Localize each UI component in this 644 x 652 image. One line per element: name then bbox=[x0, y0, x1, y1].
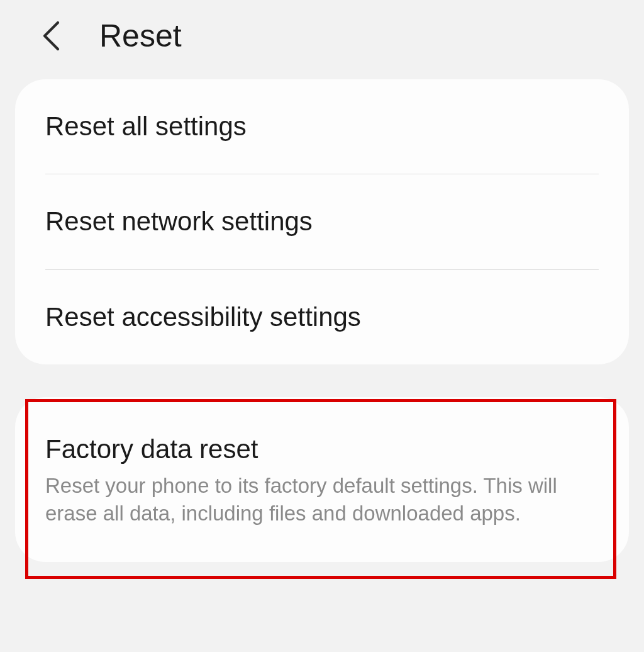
factory-reset-wrapper: Factory data reset Reset your phone to i… bbox=[0, 397, 644, 561]
reset-all-settings-label: Reset all settings bbox=[45, 111, 599, 142]
reset-accessibility-settings-item[interactable]: Reset accessibility settings bbox=[45, 270, 599, 364]
reset-options-card: Reset all settings Reset network setting… bbox=[15, 79, 629, 364]
reset-all-settings-item[interactable]: Reset all settings bbox=[45, 79, 599, 174]
page-title: Reset bbox=[99, 18, 182, 54]
reset-accessibility-settings-label: Reset accessibility settings bbox=[45, 301, 599, 333]
reset-network-settings-label: Reset network settings bbox=[45, 206, 599, 237]
back-button[interactable] bbox=[36, 20, 68, 52]
factory-data-reset-item[interactable]: Factory data reset Reset your phone to i… bbox=[45, 397, 599, 561]
factory-reset-card: Factory data reset Reset your phone to i… bbox=[15, 397, 629, 561]
factory-data-reset-description: Reset your phone to its factory default … bbox=[45, 472, 599, 528]
factory-data-reset-label: Factory data reset bbox=[45, 434, 599, 465]
reset-network-settings-item[interactable]: Reset network settings bbox=[45, 174, 599, 269]
header-bar: Reset bbox=[0, 0, 644, 79]
back-icon bbox=[41, 21, 64, 51]
